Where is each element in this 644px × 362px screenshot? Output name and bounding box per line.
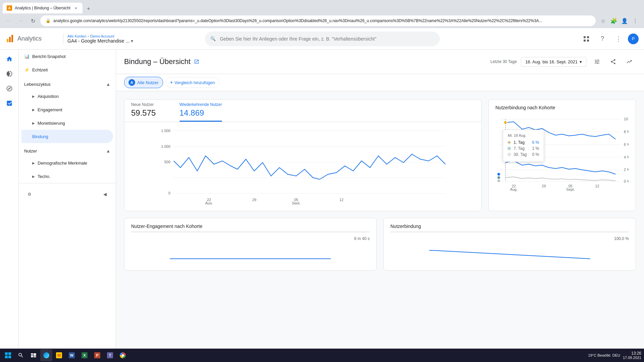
menu-button[interactable]: ⋮ [631,16,640,25]
external-link-icon[interactable] [193,58,200,65]
insights-button[interactable] [623,55,636,68]
home-icon [6,56,13,62]
taskbar-ppt-button[interactable]: P [91,349,103,361]
tooltip-val-1tag: 6 % [532,140,539,145]
date-range-button[interactable]: 18. Aug. bis 16. Sept. 2021 ▾ [521,57,586,67]
add-comparison-button[interactable]: + Vergleich hinzufügen [166,77,219,88]
new-users-tab[interactable]: Neue Nutzer 59.575 [131,100,171,122]
retention-chart-svg [390,244,629,264]
breadcrumb-demo-account[interactable]: Demo Account [90,34,114,38]
add-icon: + [170,79,173,85]
expand-demo-icon: ▶ [32,161,35,165]
nav-reports-icon[interactable] [3,97,16,110]
taskbar-time: 13:26 [623,351,641,356]
search-icon: 🔍 [210,36,216,41]
taskbar-explorer-button[interactable] [53,349,65,361]
sidebar-item-bindung[interactable]: Bindung [21,130,113,143]
sidebar-item-realtime[interactable]: ⚡ Echtzeit [19,63,116,76]
search-bar[interactable]: 🔍 [205,32,440,46]
page-title-area: Bindung – Übersicht [124,57,200,66]
nav-explore-icon[interactable] [3,82,16,95]
sidebar-item-demografisch[interactable]: ▶ Demografische Merkmale [21,156,116,170]
lifecycle-section-header[interactable]: Lebenszyklus ▲ [19,79,116,89]
sidebar-item-techn[interactable]: ▶ Techn. [21,170,116,183]
svg-rect-47 [5,356,8,358]
sidebar-item-monetisierung[interactable]: ▶ Monetisierung [21,116,116,130]
task-view-icon [31,352,37,358]
nav-home-icon[interactable] [3,52,16,66]
main-chart-body: 1.500 1.000 500 0 22 Aug. 29 05 Sept. 1 [124,125,481,211]
realtime-label: Echtzeit [32,67,48,72]
share-button[interactable] [606,55,620,68]
taskbar-teams-button[interactable]: T [104,349,116,361]
reload-button[interactable]: ↻ [28,16,38,25]
taskbar-clock[interactable]: 13:26 17.09.2021 [623,351,641,360]
breadcrumb-all-accounts[interactable]: Alle Konten [67,34,86,38]
new-users-label: Neue Nutzer [131,102,171,107]
snapshot-label: Bericht-Snapshot [32,54,66,59]
tooltip-val-7tag: 1 % [532,146,539,151]
svg-text:1.000: 1.000 [161,144,170,148]
left-nav [0,50,19,349]
users-section-header[interactable]: Nutzer ▲ [19,146,116,156]
taskbar: W X P T 19°C Bewölkt DEU 13:26 17.09.202… [0,349,644,362]
taskbar-word-button[interactable]: W [66,349,78,361]
cohort-chart-card: Nutzerbindung nach Kohorte [488,99,636,211]
forward-button[interactable]: → [16,16,25,25]
taskbar-search-button[interactable] [15,349,27,361]
retention-chart-card: Nutzerbindung 100,0 % [383,218,636,270]
grid-view-button[interactable] [580,32,593,46]
tab-close-button[interactable]: ✕ [73,5,78,11]
settings-button[interactable]: ⚙ [24,189,35,199]
realtime-icon [6,70,13,77]
extensions-button[interactable]: 🧩 [609,16,619,25]
excel-icon: X [82,352,88,358]
svg-rect-8 [587,40,589,42]
address-bar[interactable]: 🔒 analytics.google.com/analytics/web/#/p… [40,15,596,26]
cohort-chart-title: Nutzerbindung nach Kohorte [495,105,555,110]
more-options-button[interactable]: ⋮ [612,32,625,46]
tooltip-dot-1tag [508,141,511,144]
url-text: analytics.google.com/analytics/web/#/p21… [53,18,590,23]
sidebar-item-engagement[interactable]: ▶ Engagement [21,103,116,116]
new-tab-button[interactable]: + [84,4,93,13]
profile-button[interactable]: 👤 [620,16,629,25]
search-input[interactable] [220,36,434,42]
expand-icon-monetisierung: ▶ [32,121,35,125]
date-range-section: Letzte 30 Tage 18. Aug. bis 16. Sept. 20… [490,55,636,68]
collapse-sidebar-button[interactable]: ◀ [100,189,110,199]
main-chart-card: Neue Nutzer 59.575 Wiederkehrende Nutzer… [124,99,482,211]
taskbar-chrome-button[interactable] [117,349,129,361]
svg-text:Sept.: Sept. [566,187,575,191]
svg-text:6 %: 6 % [624,142,629,146]
engagement-label: Engagement [38,107,62,112]
start-button[interactable] [3,350,13,361]
date-range-label: Letzte 30 Tage [490,59,517,64]
back-button[interactable]: ← [4,16,13,25]
user-avatar[interactable]: P [628,34,639,44]
account-selector[interactable]: GA4 - Google Merchandise ... ▾ [67,38,133,44]
customize-report-button[interactable] [590,55,604,68]
top-app-bar: Analytics Alle Konten › Demo Account GA4… [0,28,644,50]
active-tab[interactable]: A Analytics | Bindung – Übersicht ✕ [3,3,83,13]
svg-text:500: 500 [164,160,170,164]
svg-rect-6 [587,36,589,38]
cohort-tooltip: Mi. 18 Aug. 1. Tag 6 % [503,130,544,162]
all-users-filter-chip[interactable]: A Alle Nutzer [124,77,163,88]
taskbar-excel-button[interactable]: X [78,349,91,361]
header-actions [590,55,636,68]
nav-realtime-icon[interactable] [3,67,16,80]
svg-text:A: A [8,6,10,10]
svg-text:2 %: 2 % [624,168,629,172]
taskbar-taskview-button[interactable] [28,349,40,361]
chevron-down-icon: ▾ [131,38,133,44]
taskbar-edge-button[interactable] [40,349,52,361]
sidebar-bottom: ⚙ ◀ [19,183,116,205]
tooltip-key-7tag: 7. Tag [508,146,525,151]
lifecycle-chevron-icon: ▲ [106,82,110,87]
sidebar-item-snapshot[interactable]: 📊 Bericht-Snapshot [19,50,116,63]
sidebar-item-akquisition[interactable]: ▶ Akquisition [21,89,116,103]
help-button[interactable]: ? [596,32,609,46]
bookmark-button[interactable]: ☆ [598,16,608,25]
returning-users-tab[interactable]: Wiederkehrende Nutzer 14.869 [179,100,222,122]
